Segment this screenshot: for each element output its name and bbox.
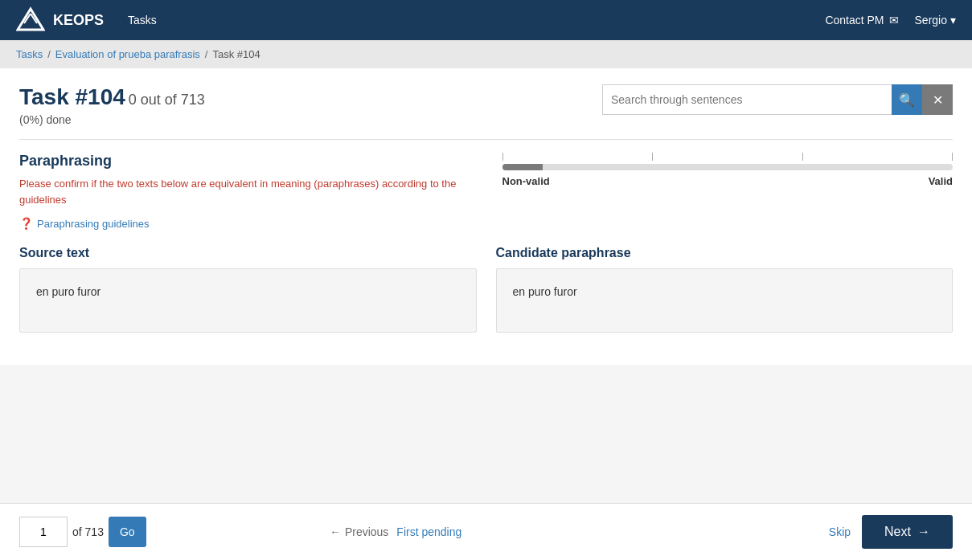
source-text-title: Source text <box>19 246 477 260</box>
navbar: KEOPS Tasks Contact PM ✉ Sergio ▾ <box>0 0 972 40</box>
task-title: Task #104 <box>19 84 125 109</box>
task-title-block: Task #104 0 out of 713 (0%) done <box>19 84 205 126</box>
tick-3 <box>802 153 803 161</box>
slider-track[interactable] <box>502 164 954 170</box>
slider-ticks <box>502 153 954 161</box>
slider-label-valid: Valid <box>929 175 953 187</box>
brand[interactable]: KEOPS <box>16 6 104 35</box>
contact-pm-label: Contact PM <box>825 14 884 27</box>
breadcrumb-sep-1: / <box>47 48 51 60</box>
task-count: 0 out of 713 <box>129 92 205 108</box>
main-content: Task #104 0 out of 713 (0%) done 🔍 ✕ Par… <box>0 68 972 365</box>
breadcrumb-current: Task #104 <box>212 48 260 60</box>
candidate-text-content: en puro furor <box>496 268 954 333</box>
search-input[interactable] <box>602 84 892 115</box>
dropdown-arrow-icon: ▾ <box>950 14 956 27</box>
clear-icon: ✕ <box>933 92 943 108</box>
envelope-icon: ✉ <box>889 14 899 27</box>
navbar-right: Contact PM ✉ Sergio ▾ <box>825 14 956 27</box>
breadcrumb-evaluation-link[interactable]: Evaluation of prueba parafrasis <box>55 48 200 60</box>
breadcrumb-tasks-link[interactable]: Tasks <box>16 48 43 60</box>
divider-1 <box>19 139 953 140</box>
clear-search-button[interactable]: ✕ <box>922 84 953 115</box>
candidate-text-block: Candidate paraphrase en puro furor <box>496 246 954 333</box>
search-button[interactable]: 🔍 <box>892 84 922 115</box>
page-title: Task #104 0 out of 713 <box>19 84 205 110</box>
tick-4 <box>952 153 953 161</box>
tick-2 <box>652 153 653 161</box>
task-done: (0%) done <box>19 113 205 126</box>
slider-fill <box>502 164 543 170</box>
paraphrasing-guidelines: ❓ Paraphrasing guidelines <box>19 217 470 230</box>
svg-marker-0 <box>18 9 43 30</box>
user-dropdown[interactable]: Sergio ▾ <box>915 14 956 27</box>
source-text-content: en puro furor <box>19 268 477 333</box>
paraphrasing-section: Paraphrasing Please confirm if the two t… <box>19 153 953 230</box>
task-header: Task #104 0 out of 713 (0%) done 🔍 ✕ <box>19 84 953 126</box>
breadcrumb: Tasks / Evaluation of prueba parafrasis … <box>0 40 972 68</box>
user-name: Sergio <box>915 14 947 27</box>
search-icon: 🔍 <box>899 92 915 108</box>
tick-1 <box>502 153 503 161</box>
help-icon: ❓ <box>19 217 33 230</box>
paraphrasing-title: Paraphrasing <box>19 153 470 170</box>
tasks-nav-link[interactable]: Tasks <box>128 14 157 27</box>
slider-labels: Non-valid Valid <box>502 175 954 187</box>
contact-pm-button[interactable]: Contact PM ✉ <box>825 14 898 27</box>
candidate-text-title: Candidate paraphrase <box>496 246 954 260</box>
brand-name: KEOPS <box>53 12 104 29</box>
source-text-block: Source text en puro furor <box>19 246 477 333</box>
breadcrumb-sep-2: / <box>205 48 208 60</box>
logo-icon <box>16 6 45 35</box>
search-bar: 🔍 ✕ <box>602 84 953 115</box>
guidelines-link[interactable]: Paraphrasing guidelines <box>37 218 149 230</box>
slider-label-nonvalid: Non-valid <box>502 175 550 187</box>
slider-section: Non-valid Valid <box>502 153 954 187</box>
paraphrasing-left: Paraphrasing Please confirm if the two t… <box>19 153 470 230</box>
text-sections: Source text en puro furor Candidate para… <box>19 246 953 333</box>
paraphrasing-description: Please confirm if the two texts below ar… <box>19 176 470 207</box>
